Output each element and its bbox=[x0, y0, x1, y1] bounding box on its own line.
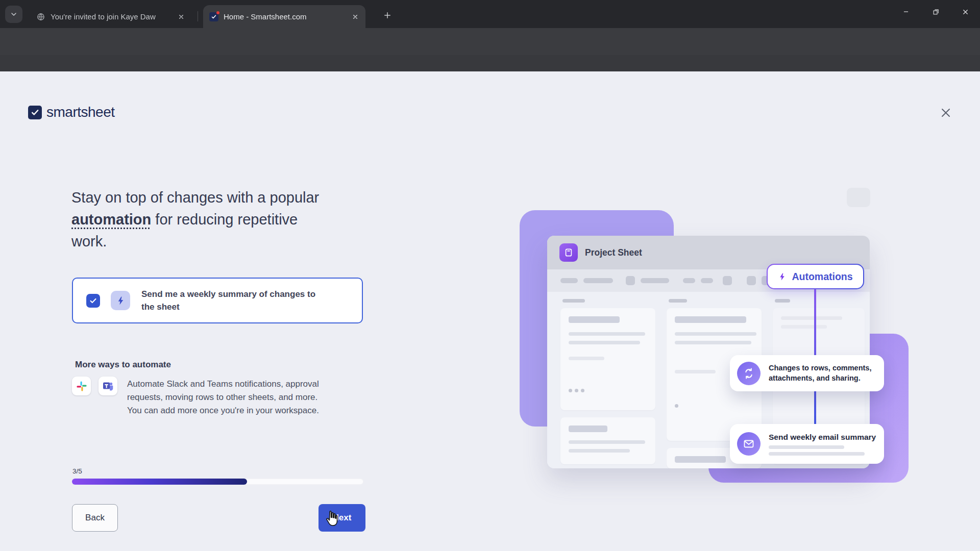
tab-search-button[interactable] bbox=[5, 6, 22, 23]
tab-close-icon[interactable] bbox=[351, 13, 359, 21]
restore-button[interactable] bbox=[921, 0, 950, 23]
tab-close-icon[interactable] bbox=[177, 13, 185, 21]
more-ways-title: More ways to automate bbox=[75, 360, 171, 370]
slack-icon bbox=[72, 377, 91, 395]
sheet-card bbox=[560, 417, 655, 464]
automations-pill-label: Automations bbox=[792, 271, 852, 283]
browser-chrome: You're invited to join Kaye Daw Home - S… bbox=[0, 0, 980, 71]
weekly-summary-checkbox[interactable] bbox=[86, 294, 100, 308]
automations-pill: Automations bbox=[767, 264, 864, 289]
smartsheet-logo-icon bbox=[28, 106, 42, 119]
annotation-text: Send weekly email summary bbox=[769, 433, 876, 441]
tab-title: Home - Smartsheet.com bbox=[224, 12, 346, 21]
teams-icon bbox=[99, 377, 117, 395]
page-title: Stay on top of changes with a popular au… bbox=[71, 187, 357, 253]
window-controls bbox=[891, 0, 980, 23]
automation-highlight: automation bbox=[71, 211, 151, 228]
globe-icon bbox=[36, 12, 45, 21]
browser-tab-invite[interactable]: You're invited to join Kaye Daw bbox=[30, 5, 191, 28]
close-icon bbox=[940, 107, 952, 119]
lightning-bolt-icon bbox=[116, 296, 126, 306]
background-corner-block bbox=[847, 188, 870, 207]
annotation-card-email: Send weekly email summary bbox=[730, 424, 884, 464]
new-tab-button[interactable] bbox=[380, 8, 395, 23]
progress-bar bbox=[72, 479, 363, 485]
progress-step-label: 3/5 bbox=[72, 467, 82, 475]
progress-bar-fill bbox=[72, 479, 247, 485]
restore-icon bbox=[932, 8, 940, 16]
smartsheet-wordmark: smartsheet bbox=[46, 104, 115, 120]
automations-illustration: Project Sheet bbox=[519, 208, 910, 486]
tab-strip: You're invited to join Kaye Daw Home - S… bbox=[0, 0, 980, 28]
sheet-card bbox=[560, 308, 655, 410]
plus-icon bbox=[383, 11, 392, 20]
more-ways-body: Automate Slack and Teams notifications, … bbox=[127, 378, 319, 417]
sync-icon bbox=[737, 362, 761, 385]
close-window-button[interactable] bbox=[950, 0, 980, 23]
tab-divider bbox=[198, 11, 198, 21]
close-icon bbox=[962, 8, 969, 16]
chevron-down-icon bbox=[10, 10, 18, 18]
sheet-title: Project Sheet bbox=[585, 247, 642, 258]
minimize-button[interactable] bbox=[891, 0, 921, 23]
smartsheet-favicon bbox=[209, 12, 218, 21]
automation-bolt-tile bbox=[111, 291, 130, 310]
lightning-bolt-icon bbox=[778, 272, 787, 281]
browser-toolbar: app.smartsheet.com/r/guided-experience/a… bbox=[0, 28, 980, 55]
weekly-summary-option-card[interactable]: Send me a weekly summary of changes to t… bbox=[72, 278, 363, 323]
browser-tab-smartsheet[interactable]: Home - Smartsheet.com bbox=[203, 5, 365, 28]
minimize-icon bbox=[902, 8, 910, 15]
check-icon bbox=[89, 296, 97, 305]
mouse-cursor-pointer bbox=[322, 509, 341, 529]
bookmarks-bar: All Bookmarks bbox=[0, 55, 980, 71]
back-button[interactable]: Back bbox=[72, 504, 118, 532]
guided-experience-page: smartsheet Stay on top of changes with a… bbox=[0, 71, 980, 551]
option-label: Send me a weekly summary of changes to t… bbox=[141, 288, 315, 313]
notification-dot bbox=[216, 11, 219, 14]
smartsheet-logo: smartsheet bbox=[28, 104, 115, 120]
tab-title: You're invited to join Kaye Daw bbox=[51, 12, 172, 21]
sheet-icon bbox=[559, 243, 578, 262]
close-dialog-button[interactable] bbox=[939, 106, 952, 119]
annotation-card-changes: Changes to rows, comments, attachments, … bbox=[730, 355, 884, 391]
envelope-icon bbox=[737, 432, 761, 456]
placeholder-lines bbox=[769, 445, 876, 456]
annotation-text: Changes to rows, comments, attachments, … bbox=[769, 363, 871, 383]
